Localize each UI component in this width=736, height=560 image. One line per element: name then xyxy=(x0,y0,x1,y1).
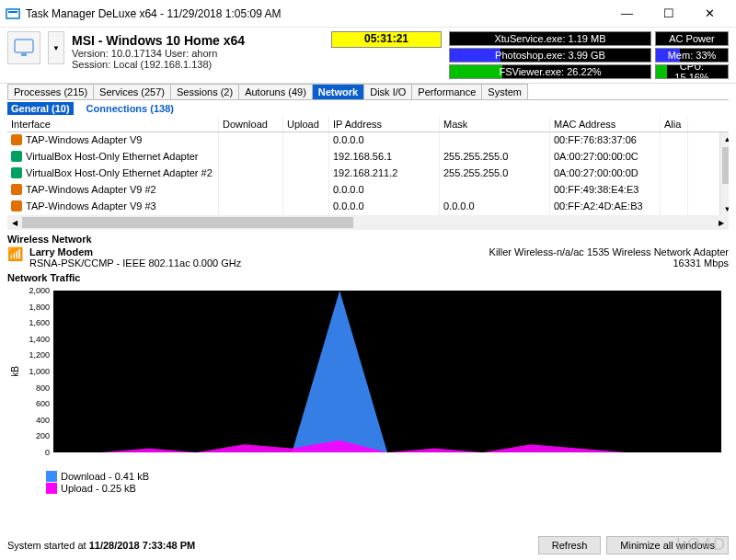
wireless-heading: Wireless Network xyxy=(7,234,729,245)
stat-bar: XtuService.exe: 1.19 MB xyxy=(449,31,651,46)
col-upload[interactable]: Upload xyxy=(283,117,329,131)
svg-rect-0 xyxy=(6,9,19,18)
footer-text: System started at 11/28/2018 7:33:48 PM xyxy=(7,540,533,551)
title-bar: Task Manager DeLuxe x64 - 11/29/2018 1:0… xyxy=(0,0,736,28)
legend-download: Download - 0.41 kB xyxy=(61,471,149,482)
svg-rect-3 xyxy=(21,53,27,56)
table-row[interactable]: TAP-Windows Adapter V9 #30.0.0.00.0.0.00… xyxy=(7,199,729,215)
scroll-right-icon[interactable]: ▶ xyxy=(714,219,729,227)
subtab-general[interactable]: General (10) xyxy=(7,102,74,115)
table-row[interactable]: TAP-Windows Adapter V90.0.0.000:FF:76:83… xyxy=(7,132,729,149)
tab-processes[interactable]: Processes (215) xyxy=(7,84,94,99)
tab-bar: Processes (215)Services (257)Sessions (2… xyxy=(7,84,729,100)
svg-text:0: 0 xyxy=(45,448,50,457)
tab-network[interactable]: Network xyxy=(312,84,364,99)
col-ip[interactable]: IP Address xyxy=(329,117,440,131)
traffic-heading: Network Traffic xyxy=(7,272,729,283)
table-row[interactable]: VirtualBox Host-Only Ethernet Adapter #2… xyxy=(7,166,729,182)
col-alias[interactable]: Alia xyxy=(661,117,688,131)
scroll-thumb[interactable] xyxy=(722,147,729,184)
wifi-name: Larry Modem xyxy=(29,246,489,257)
svg-rect-6 xyxy=(11,167,22,178)
scroll-up-icon[interactable]: ▲ xyxy=(720,132,729,145)
version-user: Version: 10.0.17134 User: ahorn xyxy=(72,48,324,59)
session-info: Session: Local (192.168.1.138) xyxy=(72,59,324,70)
subtab-bar: General (10) Connections (138) xyxy=(7,102,729,115)
svg-rect-8 xyxy=(11,200,22,211)
svg-text:1,800: 1,800 xyxy=(29,303,50,312)
footer: System started at 11/28/2018 7:33:48 PM … xyxy=(7,536,729,554)
maximize-button[interactable]: ☐ xyxy=(648,0,689,28)
svg-text:1,000: 1,000 xyxy=(29,367,50,376)
legend: Download - 0.41 kB Upload - 0.25 kB xyxy=(46,471,729,494)
monitor-icon[interactable] xyxy=(7,31,40,64)
col-mac[interactable]: MAC Address xyxy=(550,117,661,131)
svg-text:1,400: 1,400 xyxy=(29,335,50,344)
close-button[interactable]: ✕ xyxy=(689,0,730,28)
adapter-icon xyxy=(11,200,24,213)
svg-text:1,600: 1,600 xyxy=(29,319,50,328)
adapter-icon xyxy=(11,184,24,197)
col-download[interactable]: Download xyxy=(219,117,283,131)
stats-panel: XtuService.exe: 1.19 MBAC PowerPhotoshop… xyxy=(449,31,729,79)
svg-text:1,200: 1,200 xyxy=(29,351,50,360)
stat-small: Mem: 33% xyxy=(655,48,729,63)
svg-text:2,000: 2,000 xyxy=(29,286,50,295)
svg-text:800: 800 xyxy=(36,383,50,393)
svg-rect-5 xyxy=(11,151,22,162)
window-title: Task Manager DeLuxe x64 - 11/29/2018 1:0… xyxy=(26,7,606,20)
stat-small: AC Power xyxy=(655,31,729,46)
svg-text:400: 400 xyxy=(36,416,50,425)
wifi-speed: 16331 Mbps xyxy=(489,257,729,269)
tab-autoruns[interactable]: Autoruns (49) xyxy=(238,84,313,99)
table-row[interactable]: VirtualBox Host-Only Ethernet Adapter192… xyxy=(7,149,729,166)
scroll-left-icon[interactable]: ◀ xyxy=(7,219,22,227)
header: ▼ MSI - Windows 10 Home x64 Version: 10.… xyxy=(0,28,736,84)
tab-disk[interactable]: Disk I/O xyxy=(363,84,412,99)
svg-rect-9 xyxy=(53,291,721,452)
uptime-display: 05:31:21 xyxy=(331,31,442,48)
subtab-connections[interactable]: Connections (138) xyxy=(83,102,178,115)
stat-bar: FSViewer.exe: 26.22% xyxy=(449,64,651,79)
svg-text:kB: kB xyxy=(10,366,20,377)
minimize-button[interactable]: — xyxy=(606,0,648,28)
vertical-scrollbar[interactable]: ▲ ▼ xyxy=(719,132,729,215)
system-dropdown[interactable]: ▼ xyxy=(48,31,64,64)
svg-text:600: 600 xyxy=(36,400,50,409)
svg-text:200: 200 xyxy=(36,432,50,441)
wifi-adapter: Killer Wireless-n/a/ac 1535 Wireless Net… xyxy=(489,246,729,257)
adapter-icon xyxy=(11,134,24,147)
tab-services[interactable]: Services (257) xyxy=(93,84,171,99)
system-name: MSI - Windows 10 Home x64 xyxy=(72,33,324,48)
grid-body: TAP-Windows Adapter V90.0.0.000:FF:76:83… xyxy=(7,132,729,215)
legend-download-swatch xyxy=(46,471,57,482)
stat-small: CPU: 15.16% xyxy=(655,64,729,79)
stat-bar: Photoshop.exe: 3.99 GB xyxy=(449,48,651,63)
col-mask[interactable]: Mask xyxy=(440,117,550,131)
svg-rect-7 xyxy=(11,184,22,195)
svg-rect-2 xyxy=(15,40,33,52)
adapter-icon xyxy=(11,167,24,180)
col-interface[interactable]: Interface xyxy=(7,117,219,131)
legend-upload: Upload - 0.25 kB xyxy=(61,483,136,494)
table-row[interactable]: TAP-Windows Adapter V9 #20.0.0.000:FF:49… xyxy=(7,182,729,199)
grid-header: Interface Download Upload IP Address Mas… xyxy=(7,117,729,132)
tab-performance[interactable]: Performance xyxy=(411,84,482,99)
svg-rect-1 xyxy=(8,11,17,13)
horizontal-scrollbar[interactable]: ◀ ▶ xyxy=(7,215,729,230)
wireless-panel: 📶 Larry Modem RSNA-PSK/CCMP - IEEE 802.1… xyxy=(7,246,729,269)
legend-upload-swatch xyxy=(46,483,57,494)
wifi-icon: 📶 xyxy=(7,246,26,261)
wifi-protocol: RSNA-PSK/CCMP - IEEE 802.11ac 0.000 GHz xyxy=(29,257,489,269)
hscroll-thumb[interactable] xyxy=(22,217,353,228)
tab-sessions[interactable]: Sessions (2) xyxy=(170,84,239,99)
watermark: LO4D xyxy=(676,535,727,554)
svg-rect-4 xyxy=(11,134,22,145)
refresh-button[interactable]: Refresh xyxy=(538,536,602,554)
chart: 02004006008001,0001,2001,4001,6001,8002,… xyxy=(7,285,729,469)
adapter-icon xyxy=(11,151,24,164)
scroll-down-icon[interactable]: ▼ xyxy=(720,202,729,215)
app-icon xyxy=(6,6,20,21)
tab-system[interactable]: System xyxy=(481,84,528,99)
